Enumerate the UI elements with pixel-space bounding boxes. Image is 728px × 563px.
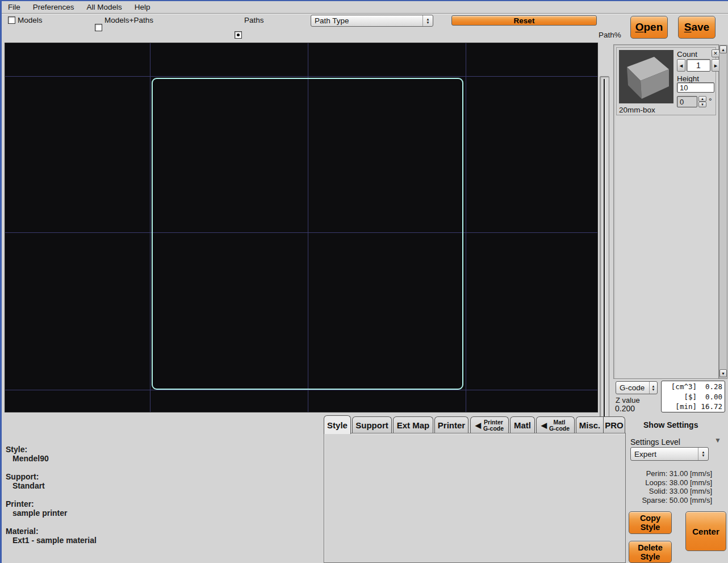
summary-style-value: Mendel90	[6, 454, 97, 463]
print-stats: [cm^3] 0.28 [$] 0.00 [min] 16.72	[661, 381, 725, 412]
paths-radio[interactable]	[235, 31, 242, 39]
count-input[interactable]: 1	[687, 59, 710, 72]
tab-printer[interactable]: Printer	[434, 416, 468, 433]
spinner-arrows-icon[interactable]: ▲▼	[649, 382, 657, 394]
tab-matl-gcode-line2: G-code	[549, 425, 570, 432]
left-arrow-icon: ◀	[541, 421, 547, 429]
gcode-mode-value: G-code	[620, 383, 645, 392]
tab-style[interactable]: Style	[324, 415, 351, 434]
delete-style-line2: Style	[641, 552, 660, 561]
show-settings-label: Show Settings	[643, 420, 698, 429]
model-name-label: 20mm-box	[619, 106, 655, 114]
z-value-label: Z value	[616, 396, 640, 404]
menu-preferences[interactable]: Preferences	[27, 2, 81, 12]
stat-cost-value: 0.00	[697, 393, 722, 401]
count-decrement-icon[interactable]: ◂	[677, 59, 685, 72]
summary-support-label: Support:	[6, 472, 97, 481]
tab-misc[interactable]: Misc.	[576, 420, 603, 430]
speed-solid: Solid: 33.00 [mm/s]	[627, 487, 712, 496]
rotation-stepper[interactable]: ▲ ▼	[698, 96, 706, 107]
tab-pro[interactable]: PRO	[603, 417, 625, 433]
height-label: Height	[677, 74, 699, 83]
menu-help[interactable]: Help	[128, 2, 157, 12]
slider-track	[604, 79, 605, 441]
models-checkbox-label: Models	[18, 16, 43, 24]
tab-matl-gcode[interactable]: ◀ Matl G-code	[536, 416, 575, 433]
z-value: 0.200	[615, 404, 635, 413]
z-slider[interactable]	[600, 76, 609, 444]
save-button[interactable]: Save	[678, 16, 716, 39]
speed-perim: Perim: 31.00 [mm/s]	[627, 469, 712, 478]
models-paths-checkbox[interactable]	[95, 24, 102, 31]
degree-label: °	[709, 97, 712, 106]
stat-row: [min] 16.72	[664, 402, 722, 411]
paths-radio-label: Paths	[244, 16, 264, 24]
stat-cost-label: [$]	[664, 393, 697, 401]
open-button[interactable]: Open	[630, 16, 668, 39]
gcode-mode-dropdown[interactable]: G-code ▲▼	[616, 381, 658, 394]
settings-level-value: Expert	[634, 450, 656, 458]
toolpath-perimeter	[152, 78, 463, 390]
step-up-icon[interactable]: ▲	[698, 96, 706, 102]
close-icon[interactable]: ✕	[712, 49, 719, 57]
grid-line	[466, 43, 466, 412]
profile-summary: Style: Mendel90 Support: Standart Printe…	[6, 445, 97, 545]
stat-time-label: [min]	[664, 402, 697, 411]
model-list-item[interactable]: Count ✕ ◂ 1 ▸ Height 10 0 ▲ ▼ ° 20mm-box	[616, 47, 716, 115]
path-percent-label: Path%	[599, 31, 621, 39]
tab-printer-gcode-line2: G-code	[483, 425, 504, 432]
scroll-up-icon[interactable]: ▲	[719, 45, 727, 53]
stat-volume-value: 0.28	[697, 382, 722, 391]
reset-button[interactable]: Reset	[451, 15, 597, 26]
tab-matl[interactable]: Matl	[510, 416, 535, 433]
stat-row: [cm^3] 0.28	[664, 382, 722, 391]
menu-separator	[2, 13, 728, 14]
model-list-scrollbar[interactable]: ▲ ▼	[719, 45, 727, 379]
tab-ext-map[interactable]: Ext Map	[393, 416, 433, 433]
models-checkbox[interactable]	[8, 16, 15, 24]
grid-line	[150, 43, 150, 412]
speed-summary: Perim: 31.00 [mm/s] Loops: 38.00 [mm/s] …	[627, 469, 712, 504]
grid-line	[5, 390, 597, 390]
model-list: Count ✕ ◂ 1 ▸ Height 10 0 ▲ ▼ ° 20mm-box	[613, 44, 719, 379]
window-border-left	[0, 0, 2, 563]
settings-level-label: Settings Level	[630, 437, 680, 447]
summary-printer-label: Printer:	[6, 499, 97, 508]
grid-line	[5, 76, 597, 77]
speed-loops: Loops: 38.00 [mm/s]	[627, 478, 712, 487]
step-down-icon[interactable]: ▼	[698, 102, 706, 107]
window-border-top	[0, 0, 728, 1]
left-arrow-icon: ◀	[475, 421, 481, 429]
spinner-arrows-icon[interactable]: ▲▼	[698, 448, 708, 460]
models-paths-checkbox-label: Models+Paths	[104, 16, 153, 24]
viewport-canvas[interactable]	[5, 43, 598, 412]
summary-printer-value: sample printer	[6, 508, 97, 518]
tab-misc-pro-group: Misc. PRO	[576, 416, 625, 433]
height-input[interactable]: 10	[677, 82, 714, 93]
copy-style-line1: Copy	[640, 514, 660, 523]
spinner-arrows-icon[interactable]: ▲▼	[422, 15, 433, 26]
menu-file[interactable]: File	[2, 2, 27, 12]
delete-style-button[interactable]: Delete Style	[629, 541, 672, 563]
copy-style-line2: Style	[641, 523, 660, 532]
copy-style-button[interactable]: Copy Style	[629, 511, 672, 534]
rotation-input[interactable]: 0	[677, 96, 697, 107]
stat-row: [$] 0.00	[664, 393, 722, 401]
collapse-triangle-icon[interactable]: ▼	[714, 436, 721, 444]
model-thumbnail[interactable]	[619, 50, 673, 103]
stat-volume-label: [cm^3]	[664, 382, 697, 391]
settings-level-dropdown[interactable]: Expert ▲▼	[630, 447, 709, 461]
tab-printer-gcode[interactable]: ◀ Printer G-code	[470, 416, 509, 433]
menu-all-models[interactable]: All Models	[81, 2, 128, 12]
tab-support[interactable]: Support	[352, 416, 392, 433]
menu-bar: File Preferences All Models Help	[2, 1, 728, 13]
summary-material-value: Ext1 - sample material	[6, 536, 97, 545]
scroll-down-icon[interactable]: ▼	[719, 369, 727, 377]
style-tab-panel	[324, 433, 626, 563]
path-type-dropdown[interactable]: Path Type ▲▼	[311, 15, 433, 27]
summary-style-label: Style:	[6, 445, 97, 454]
summary-support-value: Standart	[6, 481, 97, 490]
speed-sparse: Sparse: 50.00 [mm/s]	[627, 496, 712, 505]
delete-style-line1: Delete	[638, 543, 663, 552]
center-button[interactable]: Center	[685, 511, 726, 551]
